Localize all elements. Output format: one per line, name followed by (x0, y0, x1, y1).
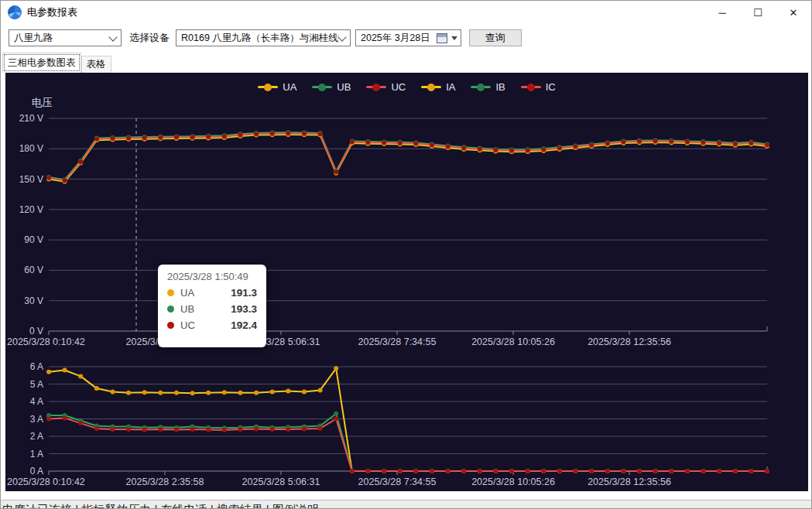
svg-text:60 V: 60 V (24, 265, 43, 275)
tooltip-value: 193.3 (231, 303, 257, 315)
bottom-spacer (1, 491, 811, 500)
svg-text:2025/3/28 12:35:56: 2025/3/28 12:35:56 (588, 336, 671, 347)
legend-item-ib[interactable]: IB (471, 81, 505, 93)
area-select[interactable]: 八里九路 (9, 29, 122, 46)
chevron-down-icon (108, 32, 117, 41)
close-button[interactable]: ✕ (776, 1, 811, 24)
legend-item-ua[interactable]: UA (258, 81, 296, 93)
svg-text:180 V: 180 V (19, 143, 43, 154)
legend-item-ia[interactable]: IA (421, 81, 455, 93)
svg-text:2025/3/28 2:35:58: 2025/3/28 2:35:58 (126, 477, 204, 487)
legend-label: UB (337, 81, 351, 93)
query-button[interactable]: 查询 (469, 29, 522, 46)
legend-label: IC (546, 81, 556, 93)
legend-marker-icon (312, 86, 332, 88)
tooltip-row-uc: UC 192.4 (167, 319, 257, 331)
title-bar: 电参数报表 (1, 1, 811, 24)
device-label: 选择设备 (129, 31, 170, 45)
date-picker[interactable]: 2025年 3月28日 (355, 29, 461, 46)
svg-text:4 A: 4 A (30, 396, 43, 407)
svg-text:1 A: 1 A (30, 449, 43, 459)
svg-text:2025/3/28 5:06:31: 2025/3/28 5:06:31 (242, 477, 320, 487)
minimize-button[interactable]: ─ (704, 1, 740, 24)
tab-three-phase-chart[interactable]: 三相电参数图表 (2, 53, 81, 73)
tooltip-value: 192.4 (231, 319, 257, 331)
svg-text:2025/3/28 7:34:55: 2025/3/28 7:34:55 (358, 477, 437, 487)
voltage-chart-title: 电压 (32, 96, 53, 110)
tooltip-label: UC (180, 319, 195, 331)
legend-dot-icon (477, 84, 485, 91)
tooltip-row-ua: UA 191.3 (167, 287, 257, 299)
svg-text:0 V: 0 V (29, 326, 43, 336)
svg-text:0 A: 0 A (30, 466, 43, 477)
ub-dot-icon (167, 306, 174, 313)
svg-text:30 V: 30 V (24, 295, 43, 306)
tooltip-label: UA (180, 287, 194, 299)
legend-marker-icon (521, 86, 541, 88)
svg-text:2025/3/28 0:10:42: 2025/3/28 0:10:42 (7, 336, 85, 347)
tab-table[interactable]: 表格 (81, 56, 111, 73)
maximize-button[interactable]: ☐ (740, 1, 776, 24)
legend-label: UA (283, 81, 296, 93)
svg-text:5 A: 5 A (30, 379, 43, 390)
svg-text:2025/3/28 12:35:56: 2025/3/28 12:35:56 (588, 477, 671, 487)
tooltip-row-ub: UB 193.3 (167, 303, 257, 315)
svg-text:150 V: 150 V (19, 174, 43, 185)
legend-marker-icon (471, 86, 491, 88)
svg-text:3 A: 3 A (30, 414, 43, 425)
svg-text:2025/3/28 10:05:26: 2025/3/28 10:05:26 (471, 477, 555, 487)
legend-label: IA (446, 81, 455, 93)
tooltip-label: UB (180, 303, 194, 315)
legend-item-ub[interactable]: UB (312, 81, 351, 93)
legend-dot-icon (527, 84, 535, 91)
legend-marker-icon (258, 86, 278, 88)
date-value: 2025年 3月28日 (361, 32, 430, 45)
app-logo-icon (8, 5, 22, 19)
legend-dot-icon (372, 84, 380, 91)
legend-dot-icon (427, 84, 435, 91)
legend-item-ic[interactable]: IC (521, 81, 556, 93)
svg-text:210 V: 210 V (19, 113, 43, 124)
dropdown-arrow-icon (451, 36, 457, 40)
legend-label: UC (391, 81, 406, 93)
svg-text:2025/3/28 0:10:42: 2025/3/28 0:10:42 (7, 477, 85, 487)
svg-text:2 A: 2 A (30, 431, 43, 442)
calendar-icon (437, 33, 447, 43)
clipped-background-window-text: 电度计已连接 | 指标释放压力 | 在线电话 | 搜索结果 | 图例说明 (1, 500, 811, 509)
legend-marker-icon (421, 86, 441, 88)
toolbar: 八里九路 选择设备 R0169 八里九路（长丰路）与湘桂线交 2025年 3月2… (1, 24, 811, 52)
chart-panel: UAUBUCIAIBIC 电压 210 V180 V150 V120 V90 V… (5, 73, 808, 491)
voltage-and-current-charts[interactable]: 210 V180 V150 V120 V90 V60 V30 V0 V2025/… (5, 73, 808, 491)
svg-text:2025/3/28 7:34:55: 2025/3/28 7:34:55 (358, 336, 437, 347)
device-select-value: R0169 八里九路（长丰路）与湘桂线交 (181, 32, 339, 45)
window-title: 电参数报表 (27, 5, 77, 19)
legend-item-uc[interactable]: UC (366, 81, 406, 93)
chart-legend: UAUBUCIAIBIC (5, 81, 808, 93)
legend-dot-icon (318, 84, 326, 91)
uc-dot-icon (167, 322, 174, 329)
tab-strip: 三相电参数图表 表格 (1, 52, 811, 73)
chart-tooltip: 2025/3/28 1:50:49 UA 191.3 UB 193.3 UC 1… (158, 265, 266, 347)
tooltip-timestamp: 2025/3/28 1:50:49 (167, 271, 257, 282)
svg-text:2025/3/28 10:05:26: 2025/3/28 10:05:26 (471, 336, 555, 347)
legend-label: IB (495, 81, 505, 93)
device-select[interactable]: R0169 八里九路（长丰路）与湘桂线交 (176, 29, 351, 46)
area-select-value: 八里九路 (14, 32, 53, 45)
chevron-down-icon (337, 32, 346, 41)
legend-dot-icon (264, 84, 272, 91)
tooltip-value: 191.3 (231, 287, 257, 299)
ua-dot-icon (167, 289, 174, 296)
svg-text:120 V: 120 V (19, 204, 43, 215)
svg-text:90 V: 90 V (24, 234, 43, 245)
legend-marker-icon (366, 86, 386, 88)
app-window: { "window": { "title": "电参数报表", "control… (0, 0, 812, 509)
window-controls: ─ ☐ ✕ (704, 1, 811, 24)
svg-text:6 A: 6 A (30, 361, 43, 372)
